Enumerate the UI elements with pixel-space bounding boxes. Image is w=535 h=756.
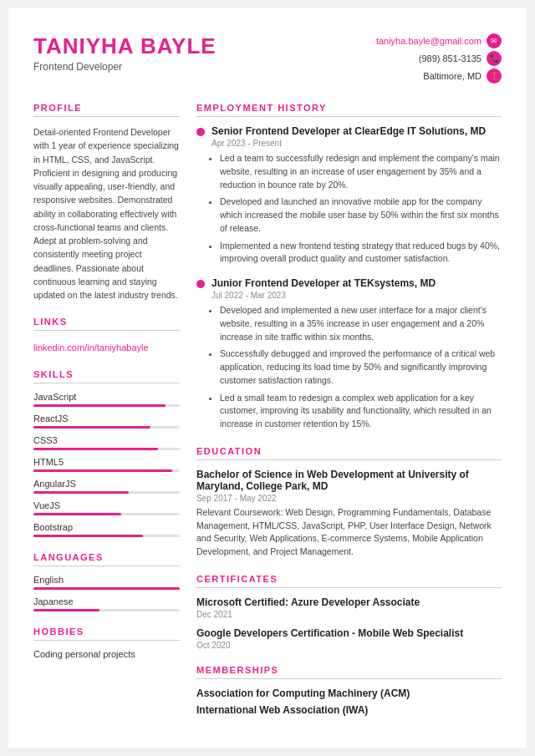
profile-section-title: PROFILE (33, 103, 180, 117)
language-bar-bg (33, 587, 180, 590)
job-bullet: Implemented a new frontend testing strat… (220, 240, 502, 266)
membership-item: International Web Association (IWA) (196, 704, 502, 716)
job-dates: Apr 2023 - Present (211, 139, 502, 148)
job-bullet: Led a small team to redesign a complex w… (220, 392, 502, 431)
phone-row: (989) 851-3135 📞 (376, 51, 502, 66)
language-item: Japanese (33, 596, 180, 611)
skill-item: VueJS (33, 500, 180, 515)
skill-item: HTML5 (33, 457, 180, 472)
memberships-section-title: MEMBERSHIPS (196, 665, 502, 679)
language-bar-fill (33, 609, 99, 611)
email-row: taniyha.bayle@gmail.com ✉ (376, 33, 502, 48)
job-dot (196, 128, 205, 136)
skill-bar-bg (33, 426, 180, 429)
location-text: Baltimore, MD (423, 71, 482, 81)
skill-bar-bg (33, 469, 180, 472)
skill-bar-fill (33, 426, 150, 429)
cert-entry: Google Developers Certification - Mobile… (196, 627, 502, 650)
job-title: Senior Frontend Developer at ClearEdge I… (211, 125, 486, 137)
skill-item: AngularJS (33, 479, 180, 494)
links-section-title: LINKS (33, 317, 180, 331)
skill-name: Bootstrap (33, 522, 180, 532)
skill-bar-bg (33, 491, 180, 494)
languages-list: English Japanese (33, 575, 180, 611)
language-name: Japanese (33, 596, 180, 606)
employment-list: Senior Frontend Developer at ClearEdge I… (196, 125, 502, 431)
location-row: Baltimore, MD 📍 (376, 68, 502, 84)
skill-name: AngularJS (33, 479, 180, 489)
link-item: linkedin.com/in/taniyhabayle (33, 339, 180, 354)
skill-item: JavaScript (33, 392, 180, 407)
email-link[interactable]: taniyha.bayle@gmail.com (376, 36, 482, 46)
job-dot (196, 280, 205, 288)
skills-list: JavaScript ReactJS CSS3 HTML5 AngularJS … (33, 392, 180, 537)
job-bullets: Led a team to successfully redesign and … (220, 152, 502, 266)
left-column: PROFILE Detail-oriented Frontend Develop… (33, 103, 180, 723)
skill-bar-bg (33, 513, 180, 515)
job-bullet: Led a team to successfully redesign and … (220, 152, 502, 191)
cert-date: Oct 2020 (196, 641, 502, 650)
skill-name: CSS3 (33, 435, 180, 445)
job-bullets: Developed and implemented a new user int… (220, 304, 502, 431)
memberships-list: Association for Computing Machinery (ACM… (196, 688, 502, 716)
language-bar-fill (33, 587, 180, 590)
employment-section-title: EMPLOYMENT HISTORY (196, 103, 502, 117)
skill-bar-fill (33, 404, 166, 407)
education-section-title: EDUCATION (196, 446, 502, 460)
skill-name: JavaScript (33, 392, 180, 402)
right-column: EMPLOYMENT HISTORY Senior Frontend Devel… (196, 103, 502, 723)
job-title-row: Senior Frontend Developer at ClearEdge I… (196, 125, 502, 137)
email-icon: ✉ (487, 33, 502, 48)
job-title-row: Junior Frontend Developer at TEKsystems,… (196, 277, 502, 289)
candidate-name: TANIYHA BAYLE (33, 33, 217, 59)
skill-name: HTML5 (33, 457, 180, 467)
header-left: TANIYHA BAYLE Frontend Developer (33, 33, 217, 73)
language-item: English (33, 575, 180, 590)
skill-bar-bg (33, 535, 180, 537)
main-content: PROFILE Detail-oriented Frontend Develop… (33, 103, 502, 723)
job-dates: Jul 2022 - Mar 2023 (211, 291, 502, 300)
skill-bar-fill (33, 491, 129, 494)
cert-date: Dec 2021 (196, 610, 502, 619)
hobbies-section-title: HOBBIES (33, 627, 180, 641)
job-bullet: Developed and launched an innovative mob… (220, 195, 502, 235)
skill-item: CSS3 (33, 435, 180, 450)
skill-item: ReactJS (33, 414, 180, 429)
candidate-title: Frontend Developer (33, 61, 217, 73)
skill-bar-bg (33, 404, 180, 407)
job-title: Junior Frontend Developer at TEKsystems,… (211, 277, 436, 289)
certificates-section-title: CERTIFICATES (196, 574, 502, 588)
resume-container: TANIYHA BAYLE Frontend Developer taniyha… (8, 8, 527, 748)
certificates-list: Microsoft Certified: Azure Developer Ass… (196, 596, 502, 650)
header-right: taniyha.bayle@gmail.com ✉ (989) 851-3135… (376, 33, 502, 86)
linkedin-link[interactable]: linkedin.com/in/taniyhabayle (33, 342, 149, 353)
skill-bar-fill (33, 535, 143, 537)
language-bar-bg (33, 609, 180, 611)
skill-name: VueJS (33, 500, 180, 510)
cert-entry: Microsoft Certified: Azure Developer Ass… (196, 596, 502, 619)
education-entry: Bachelor of Science in Web Development a… (196, 469, 502, 559)
cert-title: Google Developers Certification - Mobile… (196, 627, 502, 639)
hobbies-list: Coding personal projects (33, 649, 180, 659)
phone-icon: 📞 (487, 51, 502, 66)
skill-name: ReactJS (33, 414, 180, 424)
cert-title: Microsoft Certified: Azure Developer Ass… (196, 596, 502, 608)
phone-text: (989) 851-3135 (419, 53, 482, 63)
profile-text: Detail-oriented Frontend Developer with … (33, 125, 180, 302)
hobby-item: Coding personal projects (33, 649, 180, 659)
job-entry: Senior Frontend Developer at ClearEdge I… (196, 125, 502, 266)
location-icon: 📍 (487, 68, 502, 84)
edu-title: Bachelor of Science in Web Development a… (196, 469, 502, 492)
edu-dates: Sep 2017 - May 2022 (196, 494, 502, 503)
skill-bar-fill (33, 513, 121, 515)
languages-section-title: LANGUAGES (33, 552, 180, 566)
skills-section-title: SKILLS (33, 369, 180, 383)
language-name: English (33, 575, 180, 585)
skill-bar-fill (33, 469, 172, 472)
job-entry: Junior Frontend Developer at TEKsystems,… (196, 277, 502, 431)
header: TANIYHA BAYLE Frontend Developer taniyha… (33, 33, 502, 86)
education-list: Bachelor of Science in Web Development a… (196, 469, 502, 559)
skill-bar-fill (33, 448, 158, 450)
skill-item: Bootstrap (33, 522, 180, 537)
skill-bar-bg (33, 448, 180, 450)
